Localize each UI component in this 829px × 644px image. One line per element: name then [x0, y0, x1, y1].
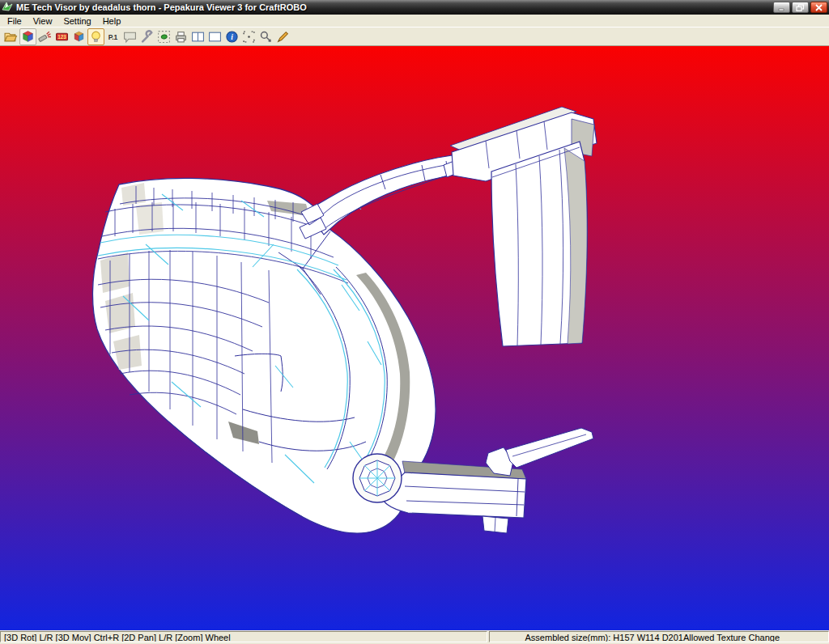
svg-text:123: 123 — [57, 34, 66, 40]
pepakura-viewer-window: ME Tech Visor by deadalus thorn - Pepaku… — [0, 0, 829, 644]
toolbar: 123P.1i — [0, 27, 829, 46]
page-number-icon[interactable]: P.1 — [104, 28, 121, 45]
texture-cube-icon[interactable] — [70, 28, 87, 45]
comment-balloon-icon[interactable] — [121, 28, 138, 45]
menu-view[interactable]: View — [28, 16, 58, 26]
minimize-button[interactable] — [773, 2, 790, 13]
menu-help[interactable]: Help — [97, 16, 127, 26]
menu-setting[interactable]: Setting — [57, 16, 96, 26]
status-bar: [3D Rot] L/R [3D Mov] Ctrl+R [2D Pan] L/… — [0, 630, 829, 644]
edit-pen-icon[interactable] — [274, 28, 291, 45]
single-view-icon[interactable] — [206, 28, 223, 45]
zoom-region-icon[interactable] — [240, 28, 257, 45]
print-icon[interactable] — [172, 28, 189, 45]
title-bar: ME Tech Visor by deadalus thorn - Pepaku… — [0, 0, 829, 15]
restore-button[interactable] — [792, 2, 809, 13]
airbrush-icon[interactable] — [36, 28, 53, 45]
svg-text:i: i — [231, 32, 233, 41]
window-title: ME Tech Visor by deadalus thorn - Pepaku… — [16, 2, 772, 12]
status-texture-change: Allowed Texture Change — [683, 633, 780, 642]
status-mouse-help: [3D Rot] L/R [3D Mov] Ctrl+R [2D Pan] L/… — [0, 631, 487, 642]
select-part-icon[interactable] — [155, 28, 172, 45]
model-viewport[interactable] — [0, 46, 829, 630]
zoom-fit-icon[interactable] — [257, 28, 274, 45]
close-button[interactable] — [810, 2, 827, 13]
app-icon — [2, 1, 13, 14]
menu-file[interactable]: File — [2, 16, 28, 26]
settings-wrench-icon[interactable] — [138, 28, 155, 45]
status-model-info: Assembled size(mm): H157 W114 D201Allowe… — [489, 631, 829, 642]
open-file-icon[interactable] — [2, 28, 19, 45]
edge-id-icon[interactable]: 123 — [53, 28, 70, 45]
menu-bar: FileViewSettingHelp — [0, 15, 829, 27]
status-assembled-size: Assembled size(mm): H157 W114 D201 — [525, 633, 683, 642]
view-3d-cube-icon[interactable] — [19, 28, 36, 45]
light-bulb-icon[interactable] — [87, 28, 104, 45]
split-view-icon[interactable] — [189, 28, 206, 45]
info-icon[interactable]: i — [223, 28, 240, 45]
svg-text:P.1: P.1 — [108, 33, 118, 41]
visor-3d-model — [0, 46, 829, 630]
